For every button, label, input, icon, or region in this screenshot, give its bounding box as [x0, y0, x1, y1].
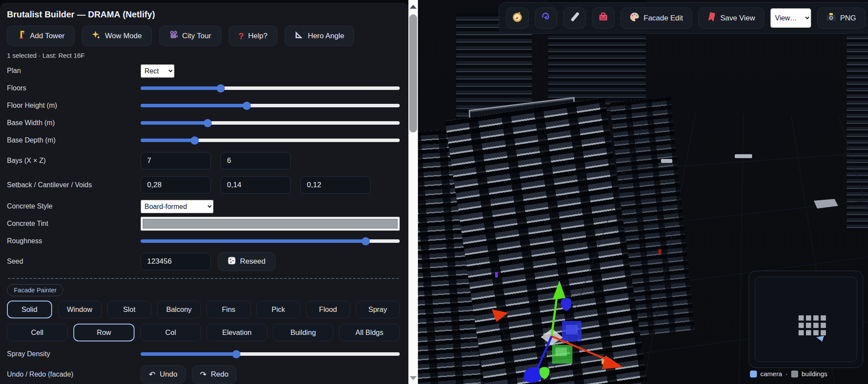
concrete-style-select[interactable]: Board-formed: [141, 200, 214, 213]
scope-cell-button[interactable]: Cell: [7, 324, 68, 341]
floors-label: Floors: [7, 84, 141, 92]
spray-density-label: Spray Density: [7, 350, 141, 358]
floors-row: Floors: [7, 81, 400, 96]
base-width-row: Base Width (m): [7, 116, 400, 130]
setback-label: Setback / Cantilever / Voids: [7, 181, 141, 189]
tool-slot-button[interactable]: Slot: [107, 301, 151, 318]
compass-icon: [512, 12, 523, 24]
seed-input[interactable]: [141, 253, 211, 270]
gizmo-axis-y-arrow[interactable]: [552, 281, 566, 300]
scroll-down-arrow-icon[interactable]: [410, 376, 417, 380]
facade-selection-blue-inner: [566, 325, 578, 334]
undo-button[interactable]: ↶ Undo: [141, 365, 186, 384]
floor-height-slider[interactable]: [141, 102, 400, 109]
minimap-panel[interactable]: [749, 271, 863, 368]
facade-scope-row: Cell Row Col Elevation Building All Bldg…: [7, 324, 400, 341]
undo-redo-row: Undo / Redo (facade) ↶ Undo ↷ Redo: [7, 364, 400, 384]
plan-select[interactable]: Rect: [141, 64, 174, 78]
page-title: Brutalist Builder — DRAMA (Netlify): [7, 10, 400, 20]
bays-row: Bays (X × Z): [7, 150, 400, 171]
palette-icon: [630, 12, 639, 24]
add-tower-button[interactable]: Add Tower: [7, 26, 75, 46]
base-depth-slider[interactable]: [141, 136, 400, 144]
main-actions-toolbar: Add Tower Wow Mode City Tour ? Help? Her…: [7, 26, 400, 46]
gizmo-handle-blue[interactable]: [561, 298, 572, 311]
save-view-button[interactable]: Save View: [698, 7, 764, 29]
camera-flash-icon: [826, 13, 836, 23]
ruler-button[interactable]: [563, 7, 586, 29]
base-width-label: Base Width (m): [7, 119, 141, 127]
roughness-row: Roughness: [7, 234, 400, 248]
dice-icon: [228, 257, 236, 267]
redo-button[interactable]: ↷ Redo: [192, 365, 237, 384]
scope-all-bldgs-button[interactable]: All Bldgs: [339, 324, 400, 341]
buildings-color-swatch: [791, 371, 798, 377]
movie-camera-icon: [169, 30, 178, 41]
buildings-legend-label: buildings: [802, 370, 827, 377]
scope-elevation-button[interactable]: Elevation: [207, 324, 267, 341]
roughness-slider[interactable]: [141, 237, 400, 245]
tool-spray-button[interactable]: Spray: [356, 301, 400, 318]
undo-redo-label: Undo / Redo (facade): [7, 371, 141, 378]
base-width-slider[interactable]: [141, 119, 400, 127]
tool-fins-button[interactable]: Fins: [207, 301, 251, 318]
selection-status: 1 selected · Last: Rect 16F: [7, 52, 400, 59]
floors-slider[interactable]: [141, 84, 400, 92]
seed-label: Seed: [7, 258, 141, 265]
tool-balcony-button[interactable]: Balcony: [157, 301, 201, 318]
plan-label: Plan: [7, 67, 141, 75]
scope-col-button[interactable]: Col: [140, 324, 201, 341]
scope-building-button[interactable]: Building: [273, 324, 334, 341]
redo-arrow-icon: ↷: [200, 371, 207, 378]
concrete-style-row: Concrete Style Board-formed: [7, 199, 400, 214]
gizmo-axis-z-shaft[interactable]: [536, 336, 552, 372]
bookmark-icon: [707, 12, 716, 24]
hero-angle-button[interactable]: Hero Angle: [285, 26, 354, 46]
red-marker-cube: [658, 249, 661, 254]
city-tour-button[interactable]: City Tour: [159, 26, 221, 46]
help-button[interactable]: ? Help?: [229, 26, 278, 46]
bays-z-input[interactable]: [220, 152, 291, 169]
camera-legend-label: camera: [760, 370, 782, 377]
toolbox-icon: [598, 12, 608, 24]
setback-row: Setback / Cantilever / Voids: [7, 175, 400, 195]
ruler-icon: [569, 12, 580, 24]
floor-height-row: Floor Height (m): [7, 98, 400, 113]
plan-row: Plan Rect: [7, 63, 400, 78]
scrollbar-thumb[interactable]: [409, 14, 417, 132]
scope-row-button[interactable]: Row: [73, 324, 135, 341]
voids-input[interactable]: [300, 176, 371, 194]
spray-density-slider[interactable]: [141, 350, 400, 358]
concrete-tint-picker[interactable]: [141, 217, 400, 231]
view-preset-select[interactable]: View…: [770, 8, 811, 28]
toolbox-button[interactable]: [592, 7, 615, 29]
sidebar-scrollbar[interactable]: [408, 0, 418, 384]
export-png-button[interactable]: PNG: [817, 7, 865, 29]
control-panel: Brutalist Builder — DRAMA (Netlify) Add …: [0, 3, 408, 384]
tool-flood-button[interactable]: Flood: [306, 301, 350, 318]
compass-button[interactable]: [506, 7, 529, 29]
reseed-button[interactable]: Reseed: [218, 252, 276, 271]
concrete-tint-label: Concrete Tint: [7, 220, 141, 228]
section-divider: [8, 278, 399, 279]
seed-row: Seed Reseed: [7, 251, 400, 272]
viewport-3d[interactable]: Facade Edit Save View View… PNG camera ·…: [418, 0, 868, 384]
crane-icon: [17, 30, 26, 41]
purple-marker-pin: [495, 272, 498, 278]
facade-selection-green-inner: [556, 348, 567, 356]
tool-pick-button[interactable]: Pick: [256, 301, 301, 318]
bays-x-input[interactable]: [141, 152, 211, 169]
facade-edit-button[interactable]: Facade Edit: [621, 7, 692, 29]
camera-color-swatch: [750, 371, 757, 377]
sparkles-icon: [92, 30, 101, 41]
scroll-up-arrow-icon[interactable]: [410, 5, 417, 9]
cantilever-input[interactable]: [220, 176, 291, 194]
spray-density-row: Spray Density: [7, 347, 400, 361]
cyclone-button[interactable]: [535, 7, 557, 29]
wow-mode-button[interactable]: Wow Mode: [82, 26, 152, 46]
setback-input[interactable]: [141, 176, 211, 194]
tool-window-button[interactable]: Window: [58, 301, 102, 318]
minimap-canvas[interactable]: [755, 277, 857, 362]
facade-tools-row: Solid Window Slot Balcony Fins Pick Floo…: [7, 301, 400, 318]
tool-solid-button[interactable]: Solid: [7, 301, 52, 318]
